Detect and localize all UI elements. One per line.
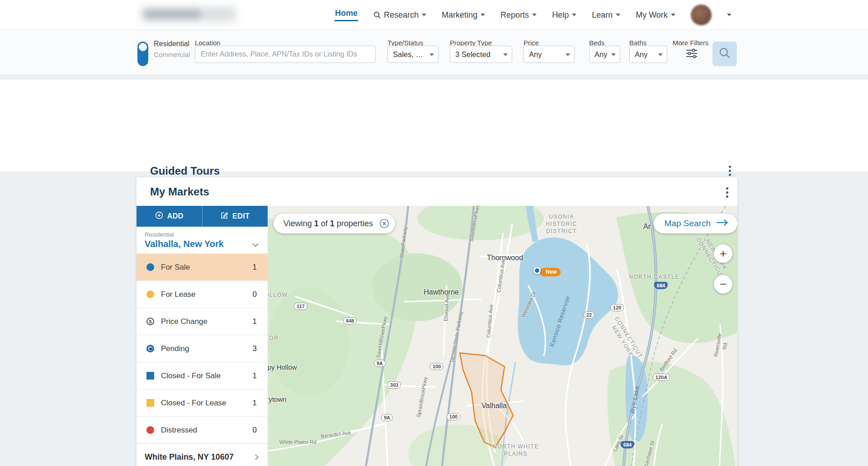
property-type-select[interactable]: 3 Selected (450, 46, 512, 63)
plus-circle-icon (155, 211, 163, 221)
top-navigation-bar: Home Research Marketing Reports Help Lea… (0, 0, 868, 30)
guided-tours-title: Guided Tours (150, 165, 220, 177)
market-row-label: For Lease (161, 290, 196, 299)
toggle-commercial-label[interactable]: Commercial (154, 51, 190, 58)
zoom-in-button[interactable]: + (714, 244, 732, 263)
edit-label: EDIT (232, 212, 250, 220)
map-graphics (268, 206, 737, 466)
nav-marketing[interactable]: Marketing (442, 10, 485, 20)
main-nav: Home Research Marketing Reports Help Lea… (335, 0, 731, 30)
markets-panel-actions: ADD EDIT (137, 206, 268, 227)
viewing-total: 1 (330, 219, 335, 228)
market-row-for-lease[interactable]: For Lease 0 (137, 281, 268, 308)
for-lease-marker-icon (146, 290, 154, 298)
market-type-label: Residential (145, 231, 259, 238)
new-listing-badge: New (540, 268, 561, 276)
location-input[interactable] (195, 46, 376, 63)
edit-markets-button[interactable]: EDIT (203, 206, 268, 227)
guided-tours-section: Guided Tours Property Search Prospecting… (0, 80, 868, 171)
market-row-price-change[interactable]: Price Change 1 (137, 308, 268, 335)
chevron-down-icon (532, 14, 537, 16)
baths-select[interactable]: Any (629, 46, 667, 63)
distressed-marker-icon (146, 426, 154, 434)
search-button[interactable] (712, 42, 737, 66)
market-row-closed-for-lease[interactable]: Closed - For Lease 1 (137, 389, 268, 416)
user-avatar[interactable] (691, 5, 712, 25)
pencil-icon (220, 211, 228, 221)
pending-marker-icon (146, 345, 154, 352)
viewing-text: properties (337, 219, 373, 228)
app-logo[interactable] (143, 5, 236, 24)
chevron-down-icon (671, 14, 675, 16)
map-search-label: Map Search (665, 219, 711, 228)
sliders-icon (685, 48, 698, 61)
arrow-right-icon (716, 219, 728, 229)
beds-select[interactable]: Any (589, 46, 620, 63)
secondary-market-label: White Plains, NY 10607 (145, 452, 234, 462)
chevron-down-icon (616, 14, 620, 16)
viewing-properties-pill[interactable]: Viewing 1 of 1 properties (274, 214, 395, 233)
more-filters-label: More Filters (673, 39, 708, 47)
map-search-button[interactable]: Map Search (654, 214, 737, 233)
market-name: Valhalla, New York (145, 239, 259, 249)
nav-help-label: Help (552, 10, 569, 20)
viewing-text: Viewing (283, 219, 312, 228)
toggle-residential-label[interactable]: Residential (154, 40, 189, 48)
market-row-pending[interactable]: Pending 3 (137, 335, 268, 362)
my-markets-title: My Markets (150, 185, 209, 198)
price-select[interactable]: Any (524, 46, 575, 63)
baths-value: Any (635, 50, 647, 59)
market-row-label: Closed - For Sale (161, 371, 221, 380)
nav-home[interactable]: Home (335, 9, 358, 21)
market-row-for-sale[interactable]: For Sale 1 (137, 253, 268, 281)
market-row-label: Pending (161, 344, 189, 353)
add-market-button[interactable]: ADD (137, 206, 203, 227)
search-icon (719, 47, 731, 61)
viewing-count: 1 (314, 219, 319, 228)
property-pin[interactable] (533, 267, 541, 274)
nav-marketing-label: Marketing (442, 10, 477, 20)
market-row-label: For Sale (161, 263, 190, 272)
chevron-down-icon (572, 14, 576, 16)
nav-my-work-label: My Work (636, 10, 668, 20)
market-item-white-plains[interactable]: White Plains, NY 10607 (137, 443, 268, 466)
market-row-closed-for-sale[interactable]: Closed - For Sale 1 (137, 362, 268, 389)
zoom-out-button[interactable]: − (714, 275, 732, 294)
nav-home-label: Home (335, 9, 358, 21)
market-row-label: Distressed (161, 426, 197, 435)
market-row-count: 0 (253, 290, 257, 299)
type-status-value: Sales, Leas... (393, 50, 426, 59)
more-filters-button[interactable] (684, 48, 700, 61)
type-status-select[interactable]: Sales, Leas... (387, 46, 439, 63)
price-value: Any (529, 50, 542, 59)
chevron-down-icon (727, 14, 731, 16)
market-row-label: Closed - For Lease (161, 399, 226, 408)
price-change-marker-icon (146, 318, 154, 325)
closed-for-lease-marker-icon (146, 399, 154, 407)
market-row-count: 1 (253, 263, 257, 272)
market-selector[interactable]: Residential Valhalla, New York (137, 227, 268, 253)
for-sale-marker-icon (146, 263, 154, 271)
nav-learn[interactable]: Learn (592, 10, 620, 20)
my-markets-menu-button[interactable] (724, 185, 730, 200)
search-filter-bar: Residential Commercial Location Type/Sta… (0, 30, 868, 75)
close-icon[interactable] (379, 219, 389, 228)
nav-help[interactable]: Help (552, 10, 576, 20)
nav-reports-label: Reports (500, 10, 529, 20)
residential-commercial-toggle[interactable] (137, 42, 148, 66)
chevron-down-icon (422, 14, 426, 16)
nav-my-work[interactable]: My Work (636, 10, 675, 20)
search-icon (373, 11, 381, 19)
viewing-text: of (321, 219, 328, 228)
market-row-label: Price Change (161, 317, 208, 326)
property-type-value: 3 Selected (455, 50, 491, 59)
account-menu-button[interactable] (727, 14, 731, 16)
market-row-count: 1 (253, 399, 257, 408)
map-canvas[interactable]: ThornwoodHawthorneValhallaNORTH WHITE PL… (268, 206, 737, 466)
market-row-distressed[interactable]: Distressed 0 (137, 416, 268, 443)
guided-tours-menu-button[interactable] (727, 164, 733, 178)
nav-research[interactable]: Research (373, 10, 426, 20)
nav-reports[interactable]: Reports (500, 10, 537, 20)
market-row-count: 1 (253, 317, 257, 326)
chevron-down-icon (481, 14, 485, 16)
